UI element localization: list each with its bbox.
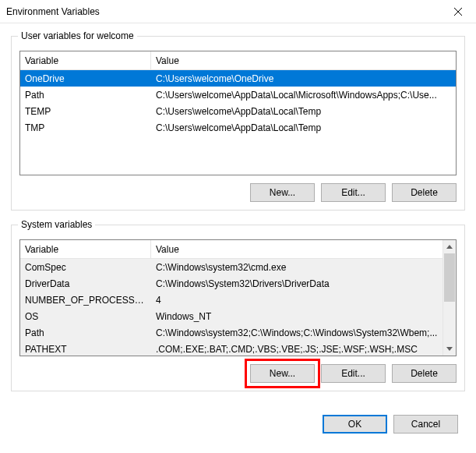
cell-variable: Path <box>20 88 151 102</box>
cell-value: C:\Windows\System32\Drivers\DriverData <box>151 277 443 291</box>
system-new-button[interactable]: New... <box>250 364 315 383</box>
cell-variable: Path <box>20 326 151 340</box>
cell-value: Windows_NT <box>151 310 443 324</box>
table-row[interactable]: TMP C:\Users\welcome\AppData\Local\Temp <box>20 119 456 136</box>
table-row[interactable]: NUMBER_OF_PROCESSORS 4 <box>20 292 443 308</box>
cell-value: C:\Users\welcome\AppData\Local\Temp <box>151 104 456 119</box>
system-variables-table[interactable]: Variable Value ComSpec C:\Windows\system… <box>19 239 457 356</box>
user-col-value[interactable]: Value <box>151 51 456 69</box>
cell-variable: OS <box>20 310 151 324</box>
user-variables-label: User variables for welcome <box>18 30 137 41</box>
cell-value: C:\Windows\system32;C:\Windows;C:\Window… <box>151 326 443 340</box>
table-row[interactable]: PATHEXT .COM;.EXE;.BAT;.CMD;.VBS;.VBE;.J… <box>20 341 443 356</box>
dialog-buttons-row: OK Cancel <box>0 412 476 434</box>
cell-variable: OneDrive <box>20 72 151 86</box>
scroll-thumb[interactable] <box>444 253 455 302</box>
cell-variable: TEMP <box>20 104 151 119</box>
cell-value: 4 <box>151 293 443 307</box>
system-table-scrollbar[interactable] <box>443 240 456 356</box>
table-row[interactable]: Path C:\Windows\system32;C:\Windows;C:\W… <box>20 324 443 341</box>
cancel-button[interactable]: Cancel <box>393 415 458 434</box>
cell-value: .COM;.EXE;.BAT;.CMD;.VBS;.VBE;.JS;.JSE;.… <box>151 342 443 356</box>
titlebar: Environment Variables <box>0 0 476 23</box>
system-delete-button[interactable]: Delete <box>392 364 457 383</box>
ok-button[interactable]: OK <box>323 415 387 434</box>
cell-value: C:\Users\welcome\OneDrive <box>151 72 456 86</box>
cell-value: C:\Users\welcome\AppData\Local\Microsoft… <box>151 88 456 102</box>
cell-variable: NUMBER_OF_PROCESSORS <box>20 293 151 307</box>
user-delete-button[interactable]: Delete <box>392 183 457 202</box>
user-table-header: Variable Value <box>20 51 456 70</box>
user-variables-group: User variables for welcome Variable Valu… <box>11 36 465 211</box>
table-row[interactable]: DriverData C:\Windows\System32\Drivers\D… <box>20 275 443 292</box>
cell-variable: DriverData <box>20 277 151 291</box>
cell-variable: ComSpec <box>20 260 151 274</box>
close-button[interactable] <box>440 0 476 23</box>
close-icon <box>454 8 462 16</box>
system-col-variable[interactable]: Variable <box>20 240 151 258</box>
cell-variable: TMP <box>20 121 151 135</box>
system-col-value[interactable]: Value <box>151 240 456 258</box>
cell-variable: PATHEXT <box>20 342 151 356</box>
user-variables-table[interactable]: Variable Value OneDrive C:\Users\welcome… <box>19 51 457 175</box>
cell-value: C:\Windows\system32\cmd.exe <box>151 260 443 274</box>
table-row[interactable]: Path C:\Users\welcome\AppData\Local\Micr… <box>20 87 456 103</box>
user-new-button[interactable]: New... <box>250 183 315 202</box>
user-buttons-row: New... Edit... Delete <box>19 183 457 202</box>
system-variables-group: System variables Variable Value ComSpec … <box>11 225 465 391</box>
system-buttons-row: New... Edit... Delete <box>19 364 457 383</box>
table-row[interactable]: OneDrive C:\Users\welcome\OneDrive <box>20 70 456 87</box>
scroll-down-icon[interactable] <box>443 342 456 356</box>
system-edit-button[interactable]: Edit... <box>321 364 386 383</box>
table-row[interactable]: ComSpec C:\Windows\system32\cmd.exe <box>20 259 443 275</box>
user-col-variable[interactable]: Variable <box>20 51 151 69</box>
system-variables-label: System variables <box>18 219 95 230</box>
table-row[interactable]: OS Windows_NT <box>20 308 443 324</box>
user-edit-button[interactable]: Edit... <box>321 183 386 202</box>
cell-value: C:\Users\welcome\AppData\Local\Temp <box>151 121 456 135</box>
window-title: Environment Variables <box>6 6 100 17</box>
table-row[interactable]: TEMP C:\Users\welcome\AppData\Local\Temp <box>20 103 456 119</box>
scroll-up-icon[interactable] <box>443 240 456 253</box>
system-table-header: Variable Value <box>20 240 456 259</box>
